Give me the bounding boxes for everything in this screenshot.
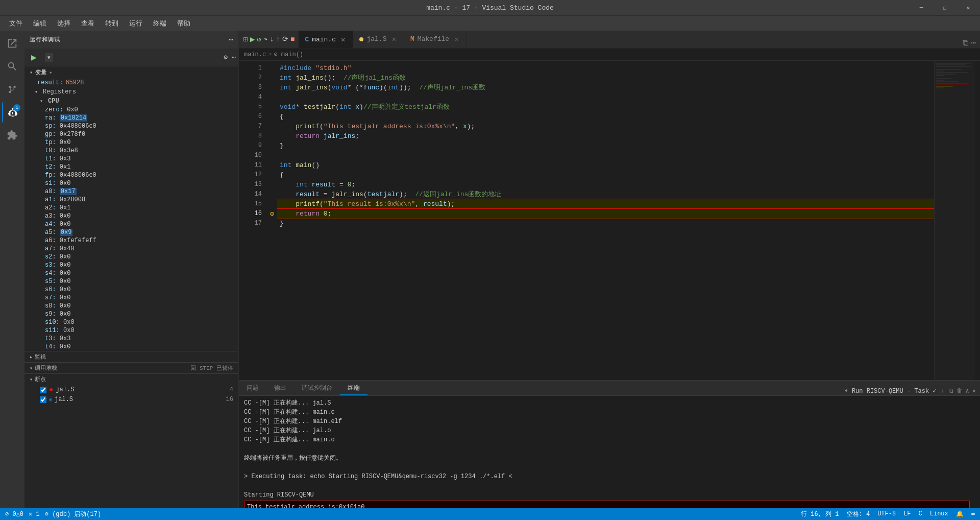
status-encoding[interactable]: UTF-8: [877, 510, 896, 517]
terminal-close-icon[interactable]: ✕: [972, 387, 976, 395]
code-line-14: result = jalr_ins(testjalr); //返回jalr_in…: [277, 190, 934, 199]
reg-fp: fp: 0x408006e0: [24, 171, 238, 179]
tab-bar-grid-icon[interactable]: ⊞: [243, 34, 248, 44]
breakpoints-section[interactable]: ▾ 断点: [24, 374, 238, 385]
breakpoint-2: ◉ jal.S 16: [24, 395, 238, 404]
restart2-icon[interactable]: ⟳: [282, 35, 288, 43]
menu-file[interactable]: 文件: [5, 17, 27, 30]
debug-more-icon[interactable]: ⋯: [232, 53, 236, 61]
status-warnings[interactable]: ✕ 1: [29, 510, 40, 518]
tab-makefile-close[interactable]: ✕: [454, 35, 458, 43]
reg-t2: t2: 0x1: [24, 163, 238, 171]
tab-main-c-close[interactable]: ✕: [341, 35, 345, 44]
close-button[interactable]: ✕: [957, 0, 980, 15]
callstack-label: 调用堆栈: [35, 364, 57, 372]
minimize-button[interactable]: ─: [910, 0, 933, 15]
chevron-down-icon-2: ▾: [35, 89, 41, 95]
terminal-kill-icon[interactable]: 🗑: [957, 387, 963, 395]
menu-terminal[interactable]: 终端: [149, 17, 170, 30]
status-errors[interactable]: ⊘ 0△0: [5, 510, 23, 518]
more-actions-icon[interactable]: ⋯: [971, 38, 976, 48]
term-line-1: CC -[M] 正在构建... jal.S: [244, 398, 975, 408]
step-over-icon[interactable]: ↷: [263, 35, 267, 43]
registers-header[interactable]: ▾ Registers: [24, 87, 238, 97]
activity-debug[interactable]: 1: [2, 102, 22, 123]
panel-tab-terminal[interactable]: 终端: [340, 382, 368, 395]
terminal-maximize-icon[interactable]: ∧: [966, 387, 969, 395]
chevron-down-icon-4: ▾: [30, 365, 33, 371]
terminal-split-icon[interactable]: ⧉: [949, 388, 953, 395]
code-content[interactable]: #include "stdio.h" int jal_ins(); //声明ja…: [277, 61, 934, 380]
debug-config-dropdown[interactable]: ▾: [45, 53, 53, 62]
ln-8: 8: [239, 131, 262, 141]
tab-main-c[interactable]: C main.c ✕: [299, 31, 353, 48]
bp2-dot: ◉: [49, 396, 52, 403]
terminal-add-icon[interactable]: ＋: [940, 387, 946, 395]
status-line-ending[interactable]: LF: [903, 510, 911, 517]
split-editor-icon[interactable]: ⧉: [963, 38, 968, 48]
status-remote-icon[interactable]: ⇌: [971, 510, 975, 518]
ln-17: 17: [239, 219, 262, 228]
breadcrumb-func[interactable]: ⊘ main(): [274, 51, 303, 58]
stop-icon[interactable]: ■: [290, 35, 295, 43]
panel-tabs-right: ⚡ Run RISCV-QEMU - Task ✓ ＋ ⧉ 🗑 ∧ ✕: [840, 387, 980, 395]
ln-16: 16: [239, 209, 262, 219]
code-line-13: int result = 0;: [277, 180, 934, 190]
panel-tab-debug-console[interactable]: 调试控制台: [294, 382, 340, 395]
tab-makefile[interactable]: M Makefile ✕: [404, 31, 467, 48]
menu-help[interactable]: 帮助: [173, 17, 194, 30]
terminal-task-name: ⚡ Run RISCV-QEMU - Task ✓: [844, 387, 936, 395]
status-bell-icon[interactable]: 🔔: [956, 510, 964, 518]
menu-select[interactable]: 选择: [53, 17, 75, 30]
activity-explorer[interactable]: [2, 33, 22, 54]
terminal-content[interactable]: CC -[M] 正在构建... jal.S CC -[M] 正在构建... ma…: [239, 396, 980, 508]
sidebar-more-button[interactable]: ⋯: [229, 35, 233, 44]
tab-bar: ⊞ ▶ ↺ ↷ ↓ ↑ ⟳ ■ C main.c ✕ jal.S ✕ M: [239, 31, 980, 49]
dm-14: [267, 190, 277, 199]
cpu-section[interactable]: ▾ CPU: [24, 97, 238, 106]
activity-extensions[interactable]: [2, 125, 22, 146]
menu-view[interactable]: 查看: [77, 17, 99, 30]
bp2-checkbox[interactable]: [40, 396, 46, 403]
step-out-icon[interactable]: ↑: [276, 35, 280, 43]
step-into-icon[interactable]: ↓: [270, 35, 274, 43]
tab-jal-close[interactable]: ✕: [391, 35, 396, 43]
ln-7: 7: [239, 122, 262, 131]
variables-section[interactable]: ▾ 变量 ▸: [24, 66, 238, 78]
debug-settings-icon[interactable]: ⚙: [224, 53, 228, 61]
activity-source-control[interactable]: [2, 79, 22, 100]
menu-goto[interactable]: 转到: [101, 17, 122, 30]
status-language[interactable]: C: [919, 510, 922, 517]
watch-section[interactable]: ▸ 监视: [24, 351, 238, 362]
reg-ra: ra: 0x10214: [24, 114, 238, 122]
bp2-count: 16: [226, 396, 233, 403]
debug-start-button[interactable]: ▶: [27, 52, 43, 62]
reg-a6: a6: 0xfefefeff: [24, 237, 238, 245]
status-debug[interactable]: ⊘ (gdb) 启动(17): [45, 510, 101, 518]
term-output-1: This testjalr address is:0x101a0: [247, 503, 967, 508]
callstack-section[interactable]: ▾ 调用堆栈 回 STEP 已暂停: [24, 363, 238, 373]
bp1-checkbox[interactable]: [40, 387, 46, 393]
status-line-col[interactable]: 行 16, 列 1: [801, 510, 839, 518]
sidebar-title: 运行和调试: [30, 36, 60, 43]
editor-scrollbar[interactable]: [975, 61, 980, 380]
panel-tab-problems[interactable]: 问题: [239, 382, 266, 395]
continue-icon[interactable]: ▶: [250, 34, 255, 44]
status-spaces[interactable]: 空格: 4: [847, 510, 870, 518]
breadcrumb-file[interactable]: main.c: [244, 51, 266, 58]
cpu-label: CPU: [48, 98, 59, 105]
code-editor: 1 2 3 4 5 6 7 8 9 10 11 12 13 14 15 16 1: [239, 61, 980, 380]
minimap: [934, 61, 975, 380]
tab-jal-s[interactable]: jal.S ✕: [353, 31, 404, 48]
status-bar: ⊘ 0△0 ✕ 1 ⊘ (gdb) 启动(17) 行 16, 列 1 空格: 4…: [0, 508, 980, 520]
panel-tab-output[interactable]: 输出: [266, 382, 294, 395]
status-os[interactable]: Linux: [930, 510, 948, 517]
window-controls: ─ ☐ ✕: [910, 0, 980, 15]
menu-run[interactable]: 运行: [125, 17, 146, 30]
maximize-button[interactable]: ☐: [933, 0, 957, 15]
ln-12: 12: [239, 170, 262, 180]
restart-icon[interactable]: ↺: [257, 35, 261, 43]
activity-search[interactable]: [2, 56, 22, 77]
menu-edit[interactable]: 编辑: [29, 17, 51, 30]
reg-s6: s6: 0x0: [24, 286, 238, 294]
